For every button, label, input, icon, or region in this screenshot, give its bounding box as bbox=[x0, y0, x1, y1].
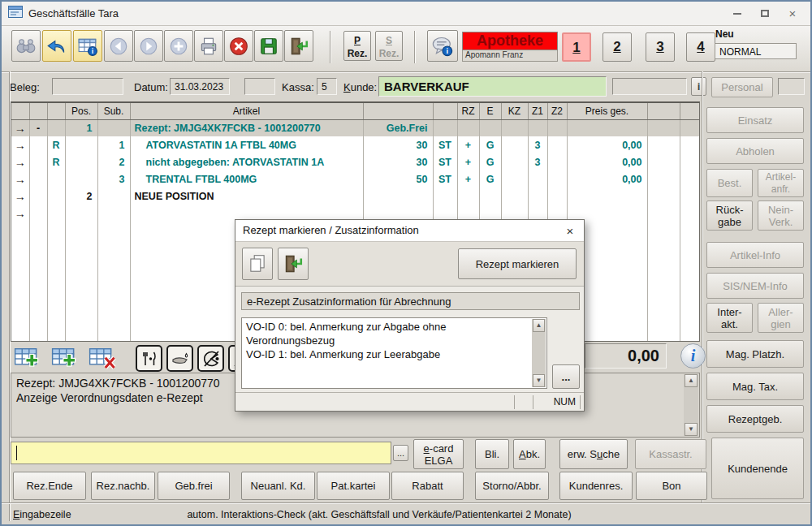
einsatz-button[interactable]: Einsatz bbox=[706, 107, 804, 133]
door-exit-icon bbox=[283, 252, 304, 275]
datum-extra-field[interactable] bbox=[244, 78, 275, 95]
binoculars-icon bbox=[15, 36, 37, 57]
erw-suche-button[interactable]: erw. Suche bbox=[559, 439, 628, 469]
scroll-down-icon[interactable]: ▼ bbox=[685, 423, 698, 436]
ecard-elga-button[interactable]: e-card ELGA bbox=[413, 439, 464, 469]
rez-ende-button[interactable]: Rez.Ende bbox=[13, 472, 86, 500]
table-row-new-position[interactable]: → 2 NEUE POSITION bbox=[11, 188, 699, 205]
storno-abbr-button[interactable]: Storno/Abbr. bbox=[475, 472, 549, 500]
kassastr-button[interactable]: Kassastr. bbox=[635, 439, 706, 469]
grid-info-button[interactable]: i bbox=[73, 30, 102, 62]
rezept-markieren-button[interactable]: Rezept markieren bbox=[458, 248, 577, 279]
dialog-close-icon[interactable]: × bbox=[563, 224, 577, 239]
titlebar: Geschäftsfälle Tara × bbox=[2, 2, 810, 26]
best-button[interactable]: Best. bbox=[706, 169, 753, 197]
rez-nachb-button[interactable]: Rez.nachb. bbox=[91, 472, 155, 500]
status-divider bbox=[514, 395, 515, 409]
prev-button[interactable] bbox=[104, 30, 133, 62]
undo-button[interactable] bbox=[42, 30, 71, 62]
insert-subrow-button[interactable] bbox=[50, 346, 82, 372]
bli-button[interactable]: Bli. bbox=[475, 439, 509, 469]
dialog-copy-button[interactable] bbox=[242, 248, 273, 280]
dialog-exit-button[interactable] bbox=[278, 248, 309, 280]
customer-extra-field[interactable] bbox=[612, 78, 687, 95]
close-icon[interactable]: × bbox=[784, 7, 801, 20]
geb-frei-button[interactable]: Geb.frei bbox=[158, 472, 230, 500]
s-rez-button[interactable]: S Rez. bbox=[375, 31, 403, 61]
advice-button[interactable]: i bbox=[427, 30, 458, 62]
door-exit-icon bbox=[288, 36, 309, 57]
cancel-button[interactable] bbox=[224, 30, 253, 62]
mag-platzh-button[interactable]: Mag. Platzh. bbox=[706, 340, 804, 368]
exit-button[interactable] bbox=[284, 30, 313, 62]
sis-nem-info-button[interactable]: SIS/NEM-Info bbox=[706, 273, 804, 299]
datum-field[interactable]: 31.03.2023 bbox=[170, 78, 230, 95]
rezeptgeb-button[interactable]: Rezeptgeb. bbox=[706, 405, 804, 433]
insert-row-button[interactable] bbox=[12, 346, 45, 372]
neuanl-kd-button[interactable]: Neuanl. Kd. bbox=[241, 472, 315, 500]
scroll-up-icon[interactable]: ▲ bbox=[533, 319, 545, 332]
info-button[interactable]: i bbox=[680, 343, 706, 369]
personal-extra-field[interactable] bbox=[778, 78, 805, 95]
print-button[interactable] bbox=[194, 30, 223, 62]
table-row-item[interactable]: → 3 TRENTAL FTBL 400MG 50 ST + G 0,00 bbox=[11, 170, 699, 188]
list-item[interactable]: VO-ID 1: bel. Anmerkung zur Leerabgabe bbox=[246, 347, 529, 361]
terminal-1-button[interactable]: 1 bbox=[562, 32, 591, 62]
pharmacy-block: Apotheke Apomann Franz bbox=[462, 32, 558, 62]
neu-label: Neu bbox=[715, 28, 734, 40]
save-button[interactable] bbox=[254, 30, 283, 62]
abk-button[interactable]: Abk. bbox=[513, 439, 546, 469]
text-caret bbox=[16, 446, 17, 460]
mag-tax-button[interactable]: Mag. Tax. bbox=[706, 373, 804, 400]
interakt-button[interactable]: Inter-akt. bbox=[706, 303, 753, 333]
artikel-anfr-button[interactable]: Artikel-anfr. bbox=[758, 169, 804, 197]
rueckgabe-button[interactable]: Rück-gabe bbox=[706, 200, 753, 231]
terminal-4-button[interactable]: 4 bbox=[686, 32, 715, 62]
beleg-label: Beleg: bbox=[10, 81, 40, 93]
personal-button[interactable]: Personal bbox=[711, 77, 773, 97]
app-window: Geschäftsfälle Tara × i bbox=[0, 0, 812, 526]
window-title: Geschäftsfälle Tara bbox=[28, 7, 119, 19]
undo-arrow-icon bbox=[46, 36, 67, 57]
list-scrollbar[interactable]: ▲ ▼ bbox=[532, 319, 546, 387]
pat-kartei-button[interactable]: Pat.kartei bbox=[317, 472, 390, 500]
customer-field[interactable]: BARVERKAUF bbox=[378, 76, 607, 97]
delete-row-button[interactable] bbox=[87, 346, 119, 372]
vo-id-list[interactable]: VO-ID 0: bel. Anmerkung zur Abgabe ohne … bbox=[241, 317, 547, 389]
bon-button[interactable]: Bon bbox=[636, 472, 707, 500]
list-item[interactable]: VO-ID 0: bel. Anmerkung zur Abgabe ohne … bbox=[246, 320, 529, 347]
person-info-icon: i bbox=[698, 80, 701, 93]
kundenres-button[interactable]: Kundenres. bbox=[559, 472, 633, 500]
col-preis: Preis ges. bbox=[567, 103, 647, 119]
rabatt-button[interactable]: Rabatt bbox=[391, 472, 464, 500]
allergien-button[interactable]: Aller-gien bbox=[758, 303, 804, 333]
beleg-field[interactable] bbox=[52, 78, 123, 95]
artikel-info-button[interactable]: Artikel-Info bbox=[706, 242, 804, 268]
terminal-2-button[interactable]: 2 bbox=[603, 32, 632, 62]
dialog-more-button[interactable]: ... bbox=[552, 364, 580, 389]
sale-mode-field[interactable]: NORMAL bbox=[715, 43, 797, 59]
add-button[interactable] bbox=[164, 30, 193, 62]
scroll-up-icon[interactable]: ▲ bbox=[685, 374, 698, 387]
p-rez-button[interactable]: P Rez. bbox=[343, 31, 371, 61]
hand-drop-icon bbox=[171, 349, 190, 369]
minimize-icon[interactable] bbox=[729, 7, 745, 20]
table-row-item[interactable]: → R 1 ATORVASTATIN 1A FTBL 40MG 30 ST + … bbox=[11, 136, 699, 153]
search-button[interactable] bbox=[11, 30, 41, 62]
patient-info-button[interactable]: i bbox=[691, 77, 706, 96]
kassa-field[interactable]: 5 bbox=[317, 78, 337, 95]
maximize-icon[interactable] bbox=[757, 7, 773, 20]
table-row-item[interactable]: → R 2 nicht abgegeben: ATORVASTATIN 1A 3… bbox=[11, 153, 699, 170]
terminal-3-button[interactable]: 3 bbox=[646, 32, 675, 62]
scroll-down-icon[interactable]: ▼ bbox=[533, 374, 545, 387]
abholen-button[interactable]: Abholen bbox=[706, 138, 804, 164]
nein-verk-button[interactable]: Nein-Verk. bbox=[758, 200, 804, 231]
kundenende-button[interactable]: Kundenende bbox=[711, 438, 804, 499]
message-scrollbar[interactable]: ▲ ▼ bbox=[684, 374, 698, 436]
entry-line-input[interactable] bbox=[11, 442, 391, 464]
next-button[interactable] bbox=[134, 30, 163, 62]
info-icon: i bbox=[691, 347, 696, 365]
entry-more-button[interactable]: ... bbox=[393, 445, 408, 461]
col-kz: KZ bbox=[501, 103, 528, 119]
table-row-rezept[interactable]: → - 1 Rezept: JMJG4XK7FCKB - 1001200770 … bbox=[11, 119, 699, 136]
